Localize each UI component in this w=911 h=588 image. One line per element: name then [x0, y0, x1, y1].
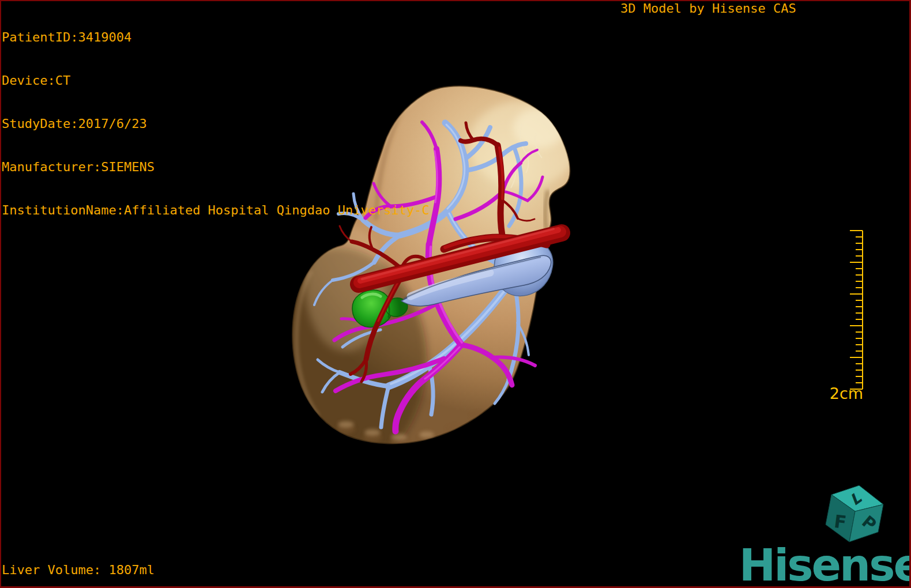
scale-bar-label: 2cm — [830, 385, 863, 402]
scale-bar-ticks — [850, 231, 863, 389]
cube-left-letter: F — [833, 511, 848, 533]
manufacturer-line: Manufacturer:SIEMENS — [2, 160, 430, 174]
hisense-wordmark: Hisense — [739, 540, 911, 588]
watermark-title: 3D Model by Hisense CAS — [620, 1, 796, 16]
liver-volume-label: Liver Volume: 1807ml — [2, 563, 155, 577]
device-line: Device:CT — [2, 73, 430, 88]
patient-info: PatientID:3419004 Device:CT StudyDate:20… — [2, 1, 430, 246]
patient-id-line: PatientID:3419004 — [2, 30, 430, 44]
viewer-screen: 2cm L F P PatientID:3419004 Device:CT St… — [0, 0, 911, 588]
scale-bar: 2cm — [830, 231, 863, 402]
institution-line: InstitutionName:Affiliated Hospital Qing… — [2, 203, 430, 217]
orientation-cube[interactable]: L F P — [826, 485, 883, 542]
study-date-line: StudyDate:2017/6/23 — [2, 116, 430, 131]
